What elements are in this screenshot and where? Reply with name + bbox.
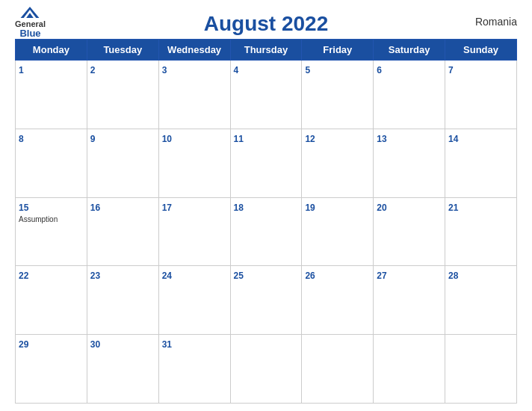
day-number: 10 [162,134,172,144]
day-number: 16 [90,203,100,213]
calendar-title: August 2022 [204,12,329,36]
day-number: 31 [162,339,172,350]
calendar-week-5: 293031 [16,335,517,404]
table-row: 8 [16,129,87,197]
day-number: 24 [162,271,172,281]
day-event: Assumption [19,215,84,223]
table-row: 5 [302,61,374,129]
day-number: 19 [305,203,315,213]
table-row: 29 [16,335,87,404]
calendar-header: General Blue August 2022 Romania [15,7,517,36]
table-row: 19 [302,197,374,266]
table-row: 18 [230,197,302,266]
day-number: 17 [162,203,172,213]
table-row: 22 [16,266,87,335]
logo-icon [19,6,40,19]
day-number: 5 [305,65,310,75]
day-number: 2 [90,65,96,75]
table-row: 24 [158,266,230,335]
day-number: 8 [19,134,24,144]
header-wednesday: Wednesday [158,40,230,61]
table-row: 28 [445,266,517,335]
day-number: 18 [234,203,244,213]
day-number: 3 [162,65,167,75]
day-number: 6 [377,65,382,75]
logo-blue-text: Blue [19,28,40,38]
header-thursday: Thursday [230,40,302,61]
day-number: 28 [448,271,458,281]
day-number: 27 [377,271,386,281]
day-number: 12 [305,134,315,144]
table-row: 30 [87,335,158,404]
country-label: Romania [475,16,517,28]
table-row: 25 [230,266,302,335]
table-row: 16 [87,197,158,266]
table-row: 7 [445,61,517,129]
table-row: 31 [158,335,230,404]
table-row: 26 [302,266,374,335]
table-row [445,335,517,404]
table-row: 12 [302,129,374,197]
table-row: 17 [158,197,230,266]
day-number: 7 [448,65,454,75]
day-number: 30 [90,339,100,350]
header-sunday: Sunday [445,40,517,61]
table-row: 2 [87,61,158,129]
day-number: 9 [90,134,96,144]
calendar-week-2: 891011121314 [16,129,517,197]
day-number: 11 [234,134,244,144]
table-row: 21 [445,197,517,266]
table-row: 6 [374,61,445,129]
day-number: 29 [19,339,28,350]
table-row [230,335,302,404]
header-saturday: Saturday [374,40,445,61]
header-monday: Monday [16,40,87,61]
day-number: 1 [19,65,24,75]
day-number: 4 [234,65,239,75]
day-number: 22 [19,271,28,281]
days-header-row: Monday Tuesday Wednesday Thursday Friday… [16,40,517,61]
calendar-week-4: 22232425262728 [16,266,517,335]
table-row: 14 [445,129,517,197]
logo: General Blue [15,6,46,38]
day-number: 20 [377,203,386,213]
table-row: 3 [158,61,230,129]
calendar-week-1: 1234567 [16,61,517,129]
table-row: 4 [230,61,302,129]
header-friday: Friday [302,40,374,61]
table-row: 11 [230,129,302,197]
table-row [374,335,445,404]
day-number: 23 [90,271,100,281]
table-row: 27 [374,266,445,335]
table-row: 1 [16,61,87,129]
day-number: 26 [305,271,315,281]
day-number: 15 [19,203,28,213]
day-number: 21 [448,203,458,213]
table-row: 9 [87,129,158,197]
table-row: 23 [87,266,158,335]
calendar-table: Monday Tuesday Wednesday Thursday Friday… [15,39,517,404]
table-row [302,335,374,404]
day-number: 13 [377,134,386,144]
header-tuesday: Tuesday [87,40,158,61]
calendar-week-3: 15Assumption161718192021 [16,197,517,266]
table-row: 10 [158,129,230,197]
table-row: 13 [374,129,445,197]
table-row: 20 [374,197,445,266]
day-number: 25 [234,271,244,281]
table-row: 15Assumption [16,197,87,266]
day-number: 14 [448,134,458,144]
